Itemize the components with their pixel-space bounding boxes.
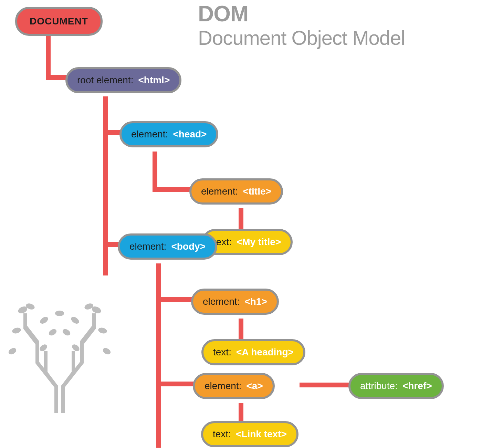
node-title-text-value: <My title>: [237, 237, 281, 248]
svg-point-8: [39, 343, 49, 353]
svg-point-5: [70, 315, 80, 325]
title-line-2: Document Object Model: [198, 27, 405, 49]
node-title-label: element:: [201, 186, 238, 197]
node-href-value: <href>: [402, 381, 432, 392]
svg-point-7: [97, 327, 107, 334]
node-html: root element: <html>: [65, 67, 181, 93]
node-h1-text-value: <A heading>: [236, 347, 294, 358]
node-document: DOCUMENT: [15, 7, 103, 36]
node-a-text: text: <Link text>: [201, 421, 298, 447]
node-h1-value: <h1>: [244, 296, 267, 307]
node-title-value: <title>: [243, 186, 271, 197]
node-a: element: <a>: [193, 373, 275, 399]
node-head-value: <head>: [173, 129, 207, 140]
svg-point-13: [8, 347, 18, 356]
node-a-label: element:: [205, 381, 241, 392]
node-document-label: DOCUMENT: [30, 16, 88, 27]
node-a-text-label: text:: [213, 429, 231, 440]
svg-point-10: [55, 311, 64, 316]
node-body: element: <body>: [118, 233, 217, 260]
node-title: element: <title>: [189, 178, 283, 205]
svg-point-14: [102, 347, 112, 356]
node-a-text-value: <Link text>: [236, 429, 287, 440]
node-href-label: attribute:: [360, 381, 398, 392]
svg-point-4: [39, 315, 49, 325]
node-body-label: element:: [129, 241, 166, 252]
svg-point-9: [71, 343, 81, 353]
node-html-label: root element:: [77, 75, 133, 86]
tree-icon: [6, 300, 113, 413]
diagram-title: DOM Document Object Model: [198, 3, 405, 49]
node-h1-text: text: <A heading>: [201, 339, 305, 365]
svg-point-11: [48, 328, 58, 337]
node-h1-text-label: text:: [213, 347, 231, 358]
node-href: attribute: <href>: [348, 373, 444, 399]
node-h1-label: element:: [203, 296, 240, 307]
node-head-label: element:: [131, 129, 168, 140]
node-body-value: <body>: [171, 241, 206, 252]
title-line-1: DOM: [198, 3, 405, 25]
svg-point-6: [11, 327, 21, 334]
node-html-value: <html>: [138, 75, 170, 86]
node-a-value: <a>: [246, 381, 263, 392]
svg-point-12: [62, 328, 72, 337]
node-head: element: <head>: [119, 121, 218, 147]
node-h1: element: <h1>: [191, 289, 279, 315]
